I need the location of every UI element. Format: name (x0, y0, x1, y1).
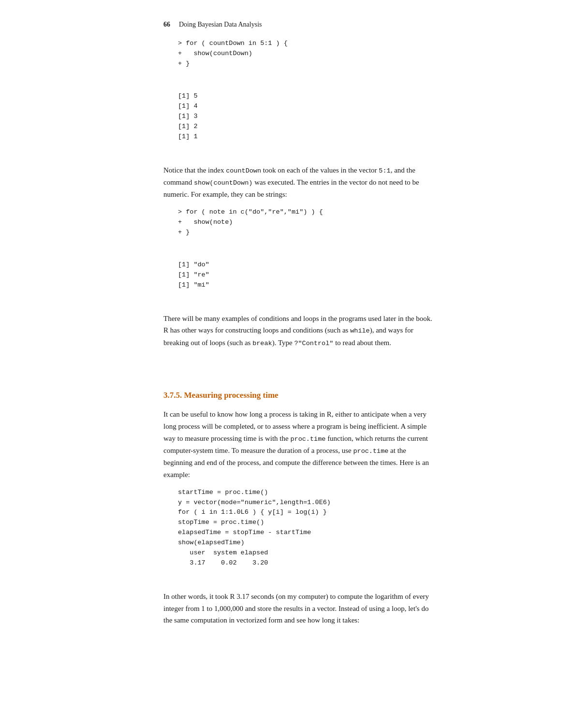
output-line-3: [1] 3 (178, 112, 434, 122)
code-line-c5: elapsedTime = stopTime - startTime (178, 528, 434, 538)
code-output-2: [1] "do" [1] "re" [1] "mi" (178, 260, 434, 290)
inline-code-while: while (350, 327, 370, 334)
code-line-c1: startTime = proc.time() (178, 488, 434, 498)
code-line-3: + } (178, 59, 434, 69)
page-container: 66 Doing Bayesian Data Analysis > for ( … (125, 0, 463, 662)
spacer-7 (163, 575, 434, 584)
code-block-for-loop-1: > for ( countDown in 5:1 ) { + show(coun… (178, 39, 434, 69)
inline-code-proctime1: proc.time (290, 435, 325, 443)
page-header: 66 Doing Bayesian Data Analysis (163, 19, 434, 30)
inline-code-countdown: countDown (226, 167, 261, 174)
page-number: 66 (163, 19, 170, 30)
code-line-c2: y = vector(mode="numeric",length=1.0E6) (178, 498, 434, 508)
inline-code-break: break (252, 340, 272, 347)
prose-paragraph-2: There will be many examples of condition… (163, 313, 434, 349)
spacer-4 (163, 297, 434, 306)
output-line-2: [1] 4 (178, 102, 434, 112)
code-line-c8: 3.17 0.02 3.20 (178, 558, 434, 568)
spacer-6 (163, 364, 434, 373)
output-line-b3: [1] "mi" (178, 280, 434, 290)
spacer-3 (163, 245, 434, 253)
output-line-b2: [1] "re" (178, 270, 434, 280)
prose-paragraph-1: Notice that the index countDown took on … (163, 164, 434, 201)
code-line-c7: user system elapsed (178, 548, 434, 558)
code-block-timing: startTime = proc.time() y = vector(mode=… (178, 488, 434, 568)
inline-code-proctime2: proc.time (353, 448, 388, 455)
prose-paragraph-4: In other words, it took R 3.17 seconds (… (163, 591, 434, 626)
page-header-text: Doing Bayesian Data Analysis (179, 19, 262, 30)
spacer-1 (163, 76, 434, 85)
output-line-4: [1] 2 (178, 122, 434, 132)
code-line-c6: show(elapsedTime) (178, 538, 434, 548)
code-line-b1: > for ( note in c("do","re","mi") ) { (178, 207, 434, 218)
output-line-5: [1] 1 (178, 132, 434, 142)
code-block-for-loop-2: > for ( note in c("do","re","mi") ) { + … (178, 207, 434, 238)
inline-code-control: ?"Control" (294, 340, 333, 347)
section-heading-375: 3.7.5. Measuring processing time (163, 389, 434, 402)
inline-code-vector: 5:1 (379, 167, 390, 174)
inline-code-show: show(countDown) (194, 179, 253, 187)
output-line-1: [1] 5 (178, 91, 434, 102)
prose-paragraph-3: It can be useful to know how long a proc… (163, 408, 434, 481)
spacer-5 (163, 356, 434, 364)
code-line-2: + show(countDown) (178, 49, 434, 59)
code-line-c4: stopTime = proc.time() (178, 518, 434, 528)
code-line-c3: for ( i in 1:1.0L6 ) { y[i] = log(i) } (178, 508, 434, 518)
spacer-2 (163, 149, 434, 158)
code-line-b2: + show(note) (178, 218, 434, 228)
code-line-b3: + } (178, 228, 434, 238)
code-line-1: > for ( countDown in 5:1 ) { (178, 39, 434, 49)
output-line-b1: [1] "do" (178, 260, 434, 270)
code-output-1: [1] 5 [1] 4 [1] 3 [1] 2 [1] 1 (178, 91, 434, 142)
